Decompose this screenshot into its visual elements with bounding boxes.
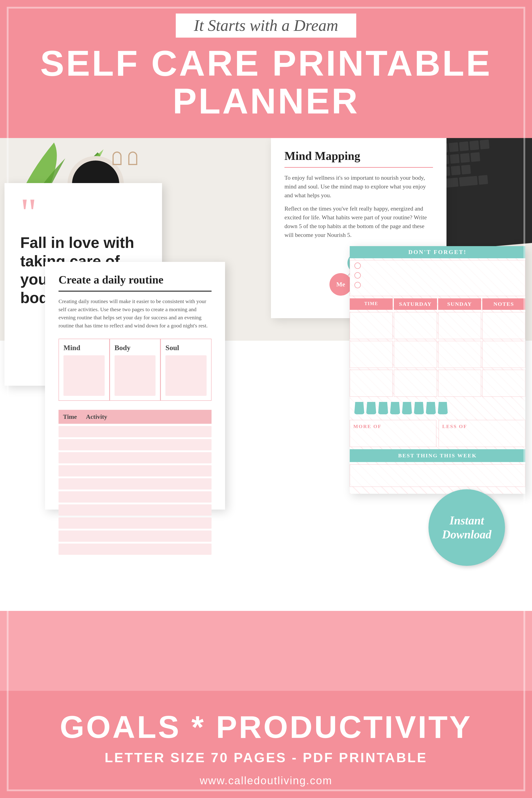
weekly-cell <box>438 341 481 368</box>
routine-title: Create a daily routine <box>58 273 211 292</box>
goals-title: GOALS * PRODUCTIVITY <box>22 709 510 745</box>
key <box>470 152 480 162</box>
routine-col-body: Body <box>110 339 161 401</box>
col-mind-content <box>63 355 104 396</box>
mind-map-title: Mind Mapping <box>284 149 433 168</box>
routine-row-7 <box>58 504 211 516</box>
weekly-cell <box>394 341 437 368</box>
weekly-cell <box>394 370 437 397</box>
middle-section: " Fall in love with taking care of yours… <box>0 138 532 611</box>
key <box>461 165 471 174</box>
routine-col-soul: Soul <box>160 339 211 401</box>
mind-map-text2: Reflect on the times you've felt really … <box>284 204 433 239</box>
key <box>459 176 478 186</box>
instant-download-badge: Instant Download <box>429 489 505 566</box>
weekly-row-2 <box>350 341 525 368</box>
routine-row-4 <box>58 465 211 477</box>
bottom-banner: GOALS * PRODUCTIVITY LETTER SIZE 70 PAGE… <box>0 691 532 798</box>
routine-row-6 <box>58 491 211 503</box>
routine-description: Creating daily routines will make it eas… <box>58 297 211 330</box>
routine-row-8 <box>58 517 211 529</box>
water-cup-7 <box>426 402 436 414</box>
weekly-cell <box>350 370 393 397</box>
water-cup-1 <box>354 402 364 414</box>
script-title-wrapper: It Starts with a Dream <box>176 14 356 38</box>
mind-node-me: Me <box>329 273 352 296</box>
weekly-cell <box>482 370 525 397</box>
weekly-cell <box>394 312 437 339</box>
less-of-cell: LESS OF <box>439 420 525 447</box>
water-cup-8 <box>438 402 448 414</box>
weekly-cell <box>350 341 393 368</box>
website-url: www.calledoutliving.com <box>22 774 510 787</box>
key <box>449 142 458 152</box>
mind-map-text1: To enjoy ful wellness it's so important … <box>284 173 433 200</box>
key <box>470 141 479 150</box>
weekly-cell <box>482 312 525 339</box>
clips-decoration <box>113 151 137 165</box>
routine-col-mind: Mind <box>58 339 110 401</box>
weekly-cell <box>438 370 481 397</box>
water-cup-2 <box>366 402 376 414</box>
quote-mark: " <box>20 197 146 229</box>
best-thing-content <box>350 464 525 487</box>
key <box>450 154 459 164</box>
col-body-header: Body <box>115 344 156 352</box>
col-mind-header: Mind <box>63 344 104 352</box>
bullet-2 <box>355 272 361 279</box>
col-soul-header: Soul <box>166 344 207 352</box>
more-less-row: MORE OF LESS OF <box>350 420 525 447</box>
dont-forget-content <box>350 260 525 296</box>
weekly-cell <box>482 341 525 368</box>
col-time-header: TIME <box>350 298 393 310</box>
clip-2 <box>128 151 137 165</box>
weekly-header-row: TIME SATURDAY SUNDAY NOTES <box>350 298 525 310</box>
key <box>459 142 469 151</box>
water-tracker <box>350 398 525 418</box>
weekly-cell <box>350 312 393 339</box>
main-title-line2: PLANNER <box>22 82 510 120</box>
weekly-row-3 <box>350 370 525 397</box>
routine-row-2 <box>58 439 211 450</box>
more-of-cell: MORE OF <box>350 420 436 447</box>
col-soul-content <box>166 355 207 396</box>
routine-row-10 <box>58 543 211 555</box>
top-banner: It Starts with a Dream SELF CARE PRINTAB… <box>0 0 532 138</box>
weekly-row-1 <box>350 312 525 339</box>
instant-download-text: Instant Download <box>442 514 492 542</box>
best-thing-text: BEST THING THIS WEEK <box>354 452 521 459</box>
size-info: LETTER SIZE 70 PAGES - PDF PRINTABLE <box>22 750 510 765</box>
col-body-content <box>115 355 156 396</box>
weekly-planner-page: DON'T FORGET! TIME SATURDAY SUNDAY NOTES <box>350 246 525 494</box>
key <box>478 175 488 185</box>
dont-forget-text: DON'T FORGET! <box>354 249 521 256</box>
weekly-cell <box>438 312 481 339</box>
clip-1 <box>113 151 121 165</box>
col-sunday-header: SUNDAY <box>438 298 481 310</box>
routine-columns: Mind Body Soul <box>58 339 211 401</box>
col-notes-header: NOTES <box>482 298 525 310</box>
routine-row-9 <box>58 531 211 542</box>
routine-row-1 <box>58 426 211 437</box>
main-title: SELF CARE PRINTABLE PLANNER <box>22 44 510 120</box>
water-cup-3 <box>378 402 388 414</box>
table-col-activity: Activity <box>86 413 107 421</box>
routine-table-header: Time Activity <box>58 410 211 424</box>
dont-forget-strip: DON'T FORGET! <box>350 246 525 258</box>
water-cup-4 <box>390 402 400 414</box>
key <box>451 166 460 175</box>
routine-row-3 <box>58 452 211 463</box>
bullet-3 <box>355 282 361 288</box>
water-cup-5 <box>402 402 412 414</box>
key <box>460 153 470 163</box>
key <box>480 140 490 149</box>
col-saturday-header: SATURDAY <box>394 298 437 310</box>
bullet-1 <box>355 262 361 269</box>
script-title: It Starts with a Dream <box>194 16 338 34</box>
less-of-label: LESS OF <box>442 424 521 429</box>
routine-row-5 <box>58 478 211 489</box>
daily-routine-page: Create a daily routine Creating daily ro… <box>45 262 225 509</box>
water-cup-6 <box>414 402 424 414</box>
more-of-label: MORE OF <box>353 424 433 429</box>
best-thing-bar: BEST THING THIS WEEK <box>350 449 525 462</box>
